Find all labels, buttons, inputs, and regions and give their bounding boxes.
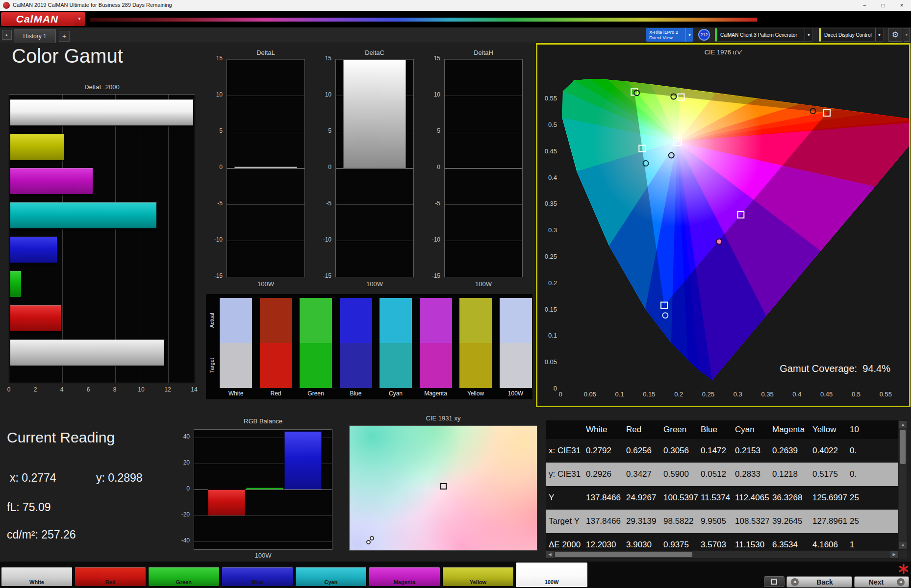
gridline [445,204,522,205]
cie-1976-title: CIE 1976 u'v' [537,49,909,56]
gridline [227,204,304,205]
meter-dropdown[interactable]: X-Rite i1Pro 2 Direct View ▼ [646,28,693,42]
pattern-label: Red [75,579,146,585]
scroll-left-icon[interactable]: ◀ [546,551,554,558]
back-button[interactable]: « Back [786,576,852,588]
title-bar: CalMAN 2019 CalMAN Ultimate for Business… [0,0,911,11]
table-row[interactable]: Target Y137.846629.313998.58229.9505108.… [546,510,898,533]
main-menu-dropdown-icon[interactable]: ▼ [74,12,85,26]
y-tick-label: 5 [315,127,331,134]
pattern-label: Magenta [369,579,440,585]
table-cell: 0.5900 [660,469,698,479]
column-header: Green [660,425,698,435]
gridline [445,132,522,132]
column-header: Cyan [732,425,769,435]
next-button[interactable]: Next » [854,576,909,588]
column-header: Blue [698,425,732,435]
current-reading-title: Current Reading [7,429,115,446]
source-dropdown[interactable]: CalMAN Client 3 Pattern Generator ▼ [715,28,813,42]
x-tick-label: 10 [135,386,147,393]
y-tick-label: 5 [206,127,223,134]
pattern-red[interactable]: Red [75,567,146,587]
pattern-window-button[interactable] [764,576,784,587]
pattern-cyan[interactable]: Cyan [295,567,367,587]
pattern-white[interactable]: White [1,567,73,587]
gridline [336,204,413,205]
tab-scroll-button[interactable]: ▸ [2,30,12,40]
table-cell: 108.5327 [732,516,769,526]
y-tick-label: -10 [424,236,440,243]
pattern-magenta[interactable]: Magenta [369,567,440,587]
gamut-coverage-label: Gamut Coverage: [780,363,857,374]
pattern-blue[interactable]: Blue [222,567,293,587]
x-tick-label: 0.35 [757,391,778,398]
delta-bar [234,167,297,168]
table-cell: 127.8961 [810,516,847,526]
table-row[interactable]: x: CIE310.27920.62560.30560.14720.21530.… [546,439,898,463]
reading-cd: cd/m²: 257.26 [7,528,76,541]
y-tick-label: 5 [424,127,440,134]
swatch-target-Red [260,343,292,388]
pattern-window-icon [771,579,777,585]
scroll-right-icon[interactable]: ▶ [890,551,898,558]
y-tick-label: -5 [424,200,440,207]
x-tick-label: 0.55 [875,391,896,398]
calman-app: CalMAN 2019 CalMAN Ultimate for Business… [0,0,911,588]
close-button[interactable]: × [892,0,911,11]
swatch-actual-Blue [340,298,372,343]
deltaE-x-axis: 02468101214 [9,386,195,394]
gear-icon[interactable]: ⚙ [888,28,902,42]
table-row[interactable]: ΔE 200012.20303.90300.93753.570311.15306… [546,533,898,550]
deltaE-bar-yellow [10,134,64,160]
swatch-actual-Yellow [459,298,492,343]
swatch-target-White [220,343,252,388]
table-header-row: WhiteRedGreenBlueCyanMagentaYellow10 [546,420,898,439]
table-horizontal-scrollbar[interactable]: ◀ ▶ [546,550,898,559]
table-cell: 11.5374 [698,493,732,503]
swatch-actual-Cyan [380,298,412,343]
x-tick-label: 0.25 [698,391,719,398]
pattern-yellow[interactable]: Yellow [442,567,514,587]
measured-marker-magenta [716,239,722,245]
y-tick-label: 10 [206,91,223,98]
table-row[interactable]: y: CIE310.29260.34270.59000.05120.28330.… [546,463,898,486]
table-cell: 112.4065 [732,493,769,503]
table-cell: 25 [847,516,898,526]
y-tick-label: 0.35 [537,200,557,207]
table-cell: 0.0512 [698,469,732,479]
pattern-100w[interactable]: 100W [516,563,587,587]
scroll-up-icon[interactable]: ▲ [899,421,907,428]
cie-1931-title: CIE 1931 xy [349,415,537,422]
next-label: Next [859,578,894,586]
x-tick-label: 0.3 [727,391,749,398]
minimize-button[interactable]: − [855,0,874,11]
cie-1976-diagram [560,58,909,389]
table-cell: 4.1606 [810,540,847,550]
maximize-button[interactable]: □ [874,0,892,11]
horizontal-scroll-thumb[interactable] [555,552,692,557]
unsaved-changes-asterisk-icon [898,564,909,574]
y-tick-label: -40 [173,537,190,544]
table-cell: 0.1472 [698,446,732,456]
y-tick-label: 0.45 [537,147,557,155]
window-title: CalMAN 2019 CalMAN Ultimate for Business… [13,2,172,8]
tab-history-1[interactable]: History 1 [14,29,56,43]
gridline [227,132,304,132]
deltaL-y-axis: 151050-5-10-15 [205,59,225,279]
swatch-actual-100W [500,298,532,343]
vertical-scroll-thumb[interactable] [900,430,906,464]
pattern-label: Yellow [443,579,513,585]
calman-logo[interactable]: CalMAN [1,12,74,26]
table-row[interactable]: Y137.846624.9267100.539711.5374112.40653… [546,486,898,510]
gridline [336,277,413,277]
gridline [445,241,522,241]
swatch-actual-Green [300,298,332,343]
toolbar-expand-button[interactable]: ▸ [904,28,910,42]
table-vertical-scrollbar[interactable]: ▲ ▼ [899,420,907,550]
display-control-dropdown[interactable]: Direct Display Control ▼ [819,28,884,42]
scroll-down-icon[interactable]: ▼ [899,542,907,549]
add-tab-button[interactable]: + [59,31,70,42]
pattern-green[interactable]: Green [148,567,220,587]
table-cell: 39.2645 [769,516,810,526]
gridline [194,515,332,516]
